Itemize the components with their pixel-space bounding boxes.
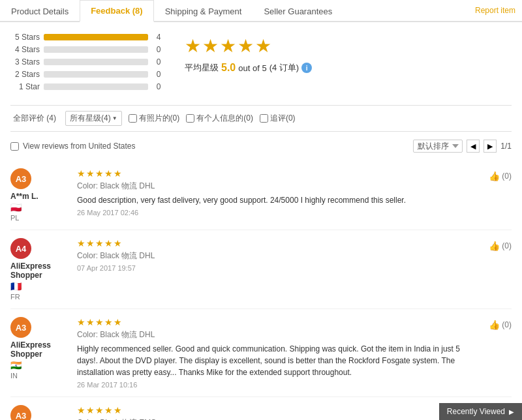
bar-bg <box>44 59 148 65</box>
prev-page-button[interactable]: ◀ <box>467 140 480 153</box>
bar-count: 0 <box>152 57 165 67</box>
pagination-info: 1/1 <box>500 142 512 151</box>
bar-count: 0 <box>152 70 165 79</box>
orders-info: (4 订单) <box>269 62 299 74</box>
personal-info-checkbox[interactable] <box>186 114 194 123</box>
filter-all-reviews[interactable]: 全部评价 (4) <box>10 112 59 125</box>
feedback-content: 5 Stars 4 4 Stars 0 3 Stars 0 2 Stars 0 … <box>0 22 522 420</box>
like-count: (0) <box>502 172 512 181</box>
review-date: 07 Apr 2017 19:57 <box>77 264 471 272</box>
view-from-us: View reviews from United States <box>10 142 136 151</box>
star-bar-row: 5 Stars 4 <box>10 33 165 42</box>
flag-icon: 🇮🇳 <box>10 360 69 370</box>
like-button[interactable]: 👍 (0) <box>489 241 512 251</box>
filter-with-photo[interactable]: 有照片的(0) <box>129 113 180 124</box>
star-bars: 5 Stars 4 4 Stars 0 3 Stars 0 2 Stars 0 … <box>10 33 165 95</box>
review-item: A4 AliExpress Shopper 🇫🇷 FR ★★★★★ Color:… <box>10 230 512 309</box>
review-content: ★★★★★ Color: Black 物流 EMS попросил камер… <box>77 405 471 420</box>
flag-icon: 🇵🇱 <box>10 202 69 213</box>
star-bar-row: 3 Stars 0 <box>10 57 165 67</box>
bar-bg <box>44 71 148 78</box>
review-content: ★★★★★ Color: Black 物流 DHL 07 Apr 2017 19… <box>77 238 471 301</box>
review-stars: ★★★★★ <box>77 238 471 248</box>
thumbs-up-icon: 👍 <box>489 320 500 330</box>
review-date: 26 May 2017 02:46 <box>77 209 471 217</box>
star-label: 2 Stars <box>10 70 40 79</box>
reviewer-name: AliExpress Shopper <box>10 340 69 359</box>
like-count: (0) <box>502 320 512 329</box>
tab-seller[interactable]: Seller Guarantees <box>253 1 343 22</box>
like-button[interactable]: 👍 (0) <box>489 171 512 181</box>
review-date: 26 Mar 2017 10:16 <box>77 381 471 389</box>
view-from-us-label: View reviews from United States <box>23 142 136 151</box>
country-code: IN <box>10 372 69 380</box>
info-icon[interactable]: i <box>301 63 312 73</box>
stars-large: ★★★★★ <box>185 35 312 57</box>
star-label: 1 Star <box>10 82 40 91</box>
follow-checkbox[interactable] <box>260 114 268 123</box>
review-text: Good description, very fast delivery, ve… <box>77 194 471 206</box>
filter-stars-dropdown[interactable]: 所有星级(4) ▼ <box>65 111 122 126</box>
star-bar-row: 2 Stars 0 <box>10 70 165 79</box>
recently-viewed-label: Recently Viewed <box>447 407 505 416</box>
review-stars: ★★★★★ <box>77 317 471 327</box>
thumbs-up-icon: 👍 <box>489 241 500 251</box>
report-item-link[interactable]: Report item <box>468 1 522 20</box>
tab-product-details[interactable]: Product Details <box>0 1 80 22</box>
star-label: 4 Stars <box>10 45 40 54</box>
review-meta: Color: Black 物流 DHL <box>77 329 471 340</box>
reviewer-info: A3 A**m L. 🇵🇱 PL <box>10 168 69 222</box>
rating-display: ★★★★★ 平均星级 5.0 out of 5 (4 订单) i <box>185 33 312 95</box>
review-text: Highly recommenced seller. Good and quic… <box>77 343 471 378</box>
filter-personal-info[interactable]: 有个人信息的(0) <box>186 113 253 124</box>
review-like: 👍 (0) <box>479 168 512 222</box>
with-photo-checkbox[interactable] <box>129 114 137 123</box>
reviewer-name: AliExpress Shopper <box>10 262 69 280</box>
star-label: 5 Stars <box>10 33 40 42</box>
star-bar-row: 4 Stars 0 <box>10 45 165 54</box>
review-like: 👍 (0) <box>479 317 512 389</box>
review-stars: ★★★★★ <box>77 168 471 179</box>
view-from-us-checkbox[interactable] <box>10 142 19 151</box>
country-code: FR <box>10 293 69 301</box>
avg-number: 5.0 <box>221 62 236 74</box>
filter-follow[interactable]: 追评(0) <box>260 113 296 124</box>
review-meta: Color: Black 物流 DHL <box>77 250 471 262</box>
review-stars: ★★★★★ <box>77 405 471 415</box>
chevron-down-icon: ▼ <box>112 115 117 121</box>
tab-feedback[interactable]: Feedback (8) <box>80 0 153 22</box>
chevron-right-icon: ▶ <box>509 408 514 415</box>
tab-bar: Product Details Feedback (8) Shipping & … <box>0 0 522 22</box>
bar-count: 0 <box>152 45 165 54</box>
like-count: (0) <box>502 241 512 250</box>
avatar: A4 <box>10 238 31 259</box>
follow-label: 追评(0) <box>270 113 296 124</box>
bar-count: 0 <box>152 82 165 91</box>
recently-viewed-badge[interactable]: Recently Viewed ▶ <box>439 403 522 420</box>
out-of-label: out of 5 <box>238 63 266 73</box>
like-button[interactable]: 👍 (0) <box>489 320 512 330</box>
bar-bg <box>44 34 148 40</box>
country-code: PL <box>10 214 69 222</box>
avatar: A3 <box>10 317 31 338</box>
bar-bg <box>44 46 148 53</box>
tab-shipping[interactable]: Shipping & Payment <box>154 1 253 22</box>
review-meta: Color: Black 物流 EMS <box>77 417 471 420</box>
sort-select[interactable]: 默认排序最新评价好评优先差评优先 <box>413 140 463 153</box>
reviewer-info: A3 AliExpress Shopper 🇮🇳 IN <box>10 317 69 389</box>
with-photo-label: 有照片的(0) <box>139 113 180 124</box>
reviews-list: A3 A**m L. 🇵🇱 PL ★★★★★ Color: Black 物流 D… <box>10 160 512 420</box>
review-content: ★★★★★ Color: Black 物流 DHL Highly recomme… <box>77 317 471 389</box>
next-page-button[interactable]: ▶ <box>484 140 497 153</box>
sort-pagination: 默认排序最新评价好评优先差评优先 ◀ ▶ 1/1 <box>413 140 512 153</box>
thumbs-up-icon: 👍 <box>489 171 500 181</box>
rating-section: 5 Stars 4 4 Stars 0 3 Stars 0 2 Stars 0 … <box>10 33 512 95</box>
avg-label: 平均星级 <box>185 62 219 74</box>
bar-count: 4 <box>152 33 165 42</box>
filter-bar: 全部评价 (4) 所有星级(4) ▼ 有照片的(0) 有个人信息的(0) 追评(… <box>10 105 512 132</box>
reviewer-name: A**m L. <box>10 192 69 201</box>
star-bar-row: 1 Star 0 <box>10 82 165 91</box>
flag-icon: 🇫🇷 <box>10 281 69 292</box>
reviewer-info: A4 AliExpress Shopper 🇫🇷 FR <box>10 238 69 301</box>
review-content: ★★★★★ Color: Black 物流 DHL Good descripti… <box>77 168 471 222</box>
